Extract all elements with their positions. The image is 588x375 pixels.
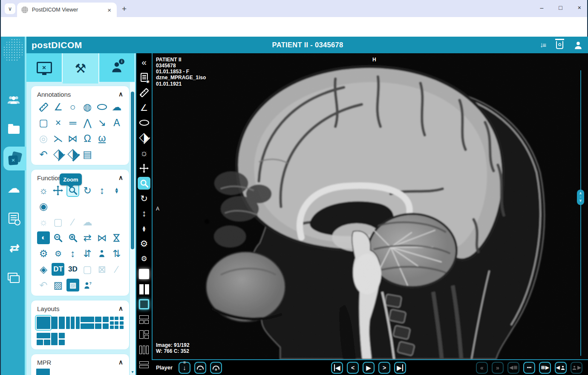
fn-zoom-in[interactable] [66, 231, 79, 244]
tool-polyline[interactable]: ⋀ [81, 116, 94, 129]
tool-filled-ellipse[interactable]: ◍ [81, 101, 94, 113]
tb-series-layout-selected[interactable] [138, 298, 150, 311]
tb-ellipse[interactable] [138, 116, 150, 129]
tb-layout-three-cols[interactable] [138, 343, 150, 356]
player-play-button[interactable]: ▶ [363, 362, 375, 374]
fn-anonymize[interactable]: ? [81, 279, 94, 291]
tool-spline[interactable]: ω [95, 132, 108, 145]
rail-patients[interactable] [1, 89, 26, 111]
layout-1x1-selected[interactable] [37, 317, 50, 329]
window-minimize-button[interactable]: – [540, 4, 544, 11]
panel-scrollbar-thumb[interactable] [131, 92, 134, 249]
tb-layout-single-active[interactable] [138, 268, 150, 280]
tool-closed-region[interactable]: Ω [81, 132, 94, 145]
tb-collapse[interactable]: « [138, 56, 150, 69]
player-export-button[interactable]: ↓ [179, 362, 190, 374]
mpr-collapse-icon[interactable]: ∧ [118, 358, 123, 366]
browser-tab[interactable]: PostDICOM Viewer × [17, 3, 117, 17]
tool-open-angle[interactable]: ⋋ [52, 132, 64, 145]
series-scroll-track[interactable] [580, 70, 582, 356]
mpr-layout-tile[interactable] [36, 369, 50, 375]
tool-erase-all[interactable]: ◪ [66, 148, 79, 161]
tb-zoom-active[interactable] [138, 177, 150, 190]
tb-auto-rotate[interactable]: ⚙ [138, 253, 150, 265]
rail-cloud-upload[interactable]: ☁ [1, 177, 26, 199]
fn-expand-vertical[interactable]: ↕ [66, 247, 79, 260]
tool-ruler[interactable] [37, 101, 50, 113]
tb-stack-scroll[interactable]: ▲▼ [138, 222, 150, 235]
prev-patient-button[interactable]: ◀ [555, 362, 567, 374]
layouts-collapse-icon[interactable]: ∧ [118, 305, 123, 312]
tab-tools-selected[interactable]: ⚒ [63, 53, 99, 84]
next-series-button[interactable]: » [492, 362, 504, 374]
rail-image-viewer-selected[interactable]: ✕ [3, 147, 26, 170]
fn-reorder[interactable]: ⇅ [110, 247, 123, 260]
layout-left-tall[interactable] [51, 333, 65, 345]
layout-1x3[interactable] [66, 317, 80, 329]
prev-series-button[interactable]: « [476, 362, 488, 374]
tab-viewer[interactable]: ✕ [26, 53, 63, 82]
fn-mirror-vertical[interactable]: ⋈ [110, 231, 123, 244]
tb-rotate[interactable]: ↻ [138, 192, 150, 205]
tb-vertical-scroll[interactable]: ↕ [138, 207, 150, 220]
layout-2x1[interactable] [81, 317, 94, 329]
fn-flip-horizontal[interactable]: ⇄ [81, 231, 94, 244]
window-close-button[interactable]: × [578, 4, 581, 11]
annotations-collapse-icon[interactable]: ∧ [118, 90, 123, 98]
layout-3x3[interactable] [110, 317, 124, 329]
fn-mirror-horizontal[interactable]: ⋈ [95, 231, 108, 244]
tb-rotate-reset[interactable]: ⚙ [138, 237, 150, 250]
fn-export-image[interactable]: ▨ [52, 279, 64, 291]
fn-dicom-tags[interactable]: DT [52, 263, 64, 276]
tb-angle[interactable]: ∠ [138, 101, 150, 114]
tb-layout-left-tall[interactable] [138, 328, 150, 341]
tab-patient-info[interactable]: i [99, 53, 135, 82]
tb-report[interactable] [138, 71, 150, 84]
tool-rectangle[interactable]: ▢ [37, 116, 50, 129]
fn-stack-scroll[interactable]: ▲▼ [110, 184, 123, 197]
player-last-button[interactable]: ▶ [394, 362, 406, 374]
functions-collapse-icon[interactable]: ∧ [118, 174, 123, 182]
new-tab-button[interactable]: + [122, 4, 127, 14]
tb-pan[interactable] [138, 162, 150, 175]
tb-window-level[interactable]: ☼ [138, 147, 150, 159]
fn-collapse-vertical[interactable]: ⇵ [81, 247, 94, 260]
download-queue-icon[interactable]: ↓≡ [540, 41, 546, 49]
tool-freehand[interactable]: ☁ [110, 101, 123, 113]
fn-3d[interactable]: 3D [66, 263, 79, 276]
rail-order-list[interactable] [1, 207, 26, 229]
rail-transfer[interactable] [1, 267, 26, 289]
fn-rotate[interactable]: ↻ [81, 184, 94, 197]
fn-patient-orientation[interactable] [95, 247, 108, 260]
fn-zoom-out[interactable] [52, 231, 64, 244]
tab-close-icon[interactable]: × [106, 6, 112, 14]
tool-parallel-lines[interactable]: ═ [66, 116, 79, 129]
tool-cross[interactable]: × [52, 116, 64, 129]
tool-arrow[interactable]: ↘ [95, 116, 108, 129]
tb-layout-split[interactable] [138, 283, 150, 296]
fn-tag[interactable]: ◈ [37, 263, 50, 276]
tb-eraser[interactable]: ◪ [138, 132, 150, 144]
fn-rotate-ccw[interactable]: ⚙ [37, 247, 50, 260]
fn-localizer[interactable]: ◉ [37, 200, 50, 213]
prev-stack-button[interactable]: ◀⊞ [507, 362, 519, 374]
player-next-button[interactable]: > [378, 362, 390, 374]
user-account-icon[interactable] [574, 40, 583, 50]
player-prev-button[interactable]: < [347, 362, 359, 374]
layout-top-strip[interactable] [37, 333, 50, 345]
player-first-button[interactable]: ◀ [331, 362, 343, 374]
tb-layout-two-rows[interactable] [138, 358, 150, 371]
tool-cobb-angle[interactable]: ⋈ [66, 132, 79, 145]
series-scroll-handle[interactable]: ∧◦∨ [577, 190, 584, 205]
tool-ellipse[interactable] [95, 101, 108, 113]
tool-circle[interactable]: ○ [66, 101, 79, 113]
next-patient-button[interactable]: ▶ [571, 362, 582, 374]
rail-folders[interactable] [1, 118, 26, 141]
more-options-button[interactable]: ••• [523, 362, 535, 374]
fn-pan[interactable] [52, 184, 64, 197]
tool-undo[interactable]: ↶ [37, 148, 50, 161]
tool-save-annotations[interactable]: ▤ [81, 148, 94, 161]
fn-invert[interactable]: ◐ [37, 231, 50, 244]
tb-ruler[interactable] [138, 86, 150, 99]
tab-search-chevron-icon[interactable]: ∨ [5, 3, 15, 14]
